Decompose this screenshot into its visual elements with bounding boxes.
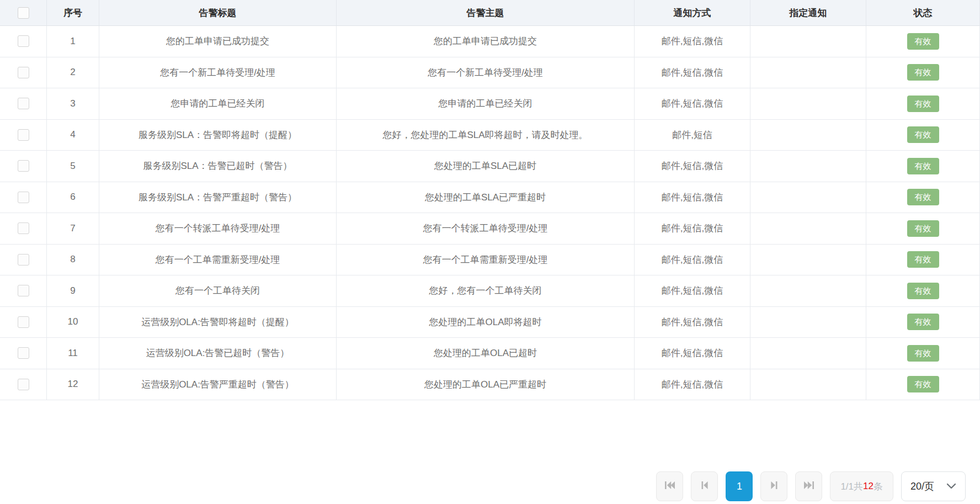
- status-badge[interactable]: 有效: [907, 283, 939, 299]
- next-page-button[interactable]: [760, 471, 787, 501]
- row-index: 2: [47, 57, 99, 89]
- table-row: 6 服务级别SLA：告警严重超时（警告） 您处理的工单SLA已严重超时 邮件,短…: [0, 182, 980, 214]
- table-row: 1 您的工单申请已成功提交 您的工单申请已成功提交 邮件,短信,微信 有效: [0, 26, 980, 57]
- row-checkbox[interactable]: [18, 129, 29, 141]
- row-status-cell: 有效: [866, 369, 980, 401]
- row-checkbox-cell: [0, 26, 47, 57]
- assigned-notify: [750, 57, 866, 89]
- column-header-subject: 告警主题: [337, 0, 635, 26]
- row-checkbox-cell: [0, 88, 47, 120]
- select-all-checkbox[interactable]: [18, 7, 29, 19]
- status-badge[interactable]: 有效: [907, 33, 939, 50]
- status-badge[interactable]: 有效: [907, 189, 939, 205]
- pagination-total-count: 12: [863, 481, 874, 492]
- row-checkbox[interactable]: [18, 254, 29, 266]
- status-badge[interactable]: 有效: [907, 345, 939, 362]
- row-index: 1: [47, 26, 99, 57]
- row-checkbox[interactable]: [18, 35, 29, 47]
- assigned-notify: [750, 26, 866, 57]
- row-checkbox-cell: [0, 245, 47, 276]
- prev-page-icon: [698, 479, 711, 494]
- row-checkbox[interactable]: [18, 192, 29, 203]
- first-page-button[interactable]: [656, 471, 683, 501]
- table-row: 4 服务级别SLA：告警即将超时（提醒） 您好，您处理的工单SLA即将超时，请及…: [0, 120, 980, 151]
- row-status-cell: 有效: [866, 338, 980, 369]
- status-badge[interactable]: 有效: [907, 220, 939, 237]
- row-index: 3: [47, 88, 99, 120]
- row-checkbox[interactable]: [18, 316, 29, 328]
- alert-title: 您有一个转派工单待受理/处理: [99, 213, 337, 245]
- row-status-cell: 有效: [866, 275, 980, 307]
- page-size-value: 20/页: [910, 480, 934, 493]
- alert-subject: 您处理的工单SLA已超时: [337, 151, 635, 182]
- pagination: 1 1/1共12条 20/页: [656, 471, 966, 501]
- row-checkbox[interactable]: [18, 347, 29, 359]
- row-index: 6: [47, 182, 99, 214]
- row-checkbox[interactable]: [18, 379, 29, 390]
- row-checkbox-cell: [0, 213, 47, 245]
- status-badge[interactable]: 有效: [907, 96, 939, 112]
- row-status-cell: 有效: [866, 88, 980, 120]
- status-badge[interactable]: 有效: [907, 376, 939, 392]
- column-header-index: 序号: [47, 0, 99, 26]
- row-checkbox[interactable]: [18, 222, 29, 234]
- alert-subject: 您处理的工单SLA已严重超时: [337, 182, 635, 214]
- status-badge[interactable]: 有效: [907, 158, 939, 174]
- last-page-button[interactable]: [795, 471, 822, 501]
- row-status-cell: 有效: [866, 245, 980, 276]
- page-size-select[interactable]: 20/页: [901, 471, 966, 501]
- current-page-button[interactable]: 1: [726, 471, 753, 501]
- row-index: 10: [47, 307, 99, 338]
- notify-method: 邮件,短信,微信: [635, 151, 750, 182]
- assigned-notify: [750, 275, 866, 307]
- row-index: 4: [47, 120, 99, 151]
- alert-title: 运营级别OLA:告警已超时（警告）: [99, 338, 337, 369]
- row-status-cell: 有效: [866, 151, 980, 182]
- status-badge[interactable]: 有效: [907, 251, 939, 268]
- alert-subject: 您处理的工单OLA已超时: [337, 338, 635, 369]
- alert-title: 您有一个工单需重新受理/处理: [99, 245, 337, 276]
- notify-method: 邮件,短信: [635, 120, 750, 151]
- row-checkbox-cell: [0, 369, 47, 401]
- row-checkbox[interactable]: [18, 98, 29, 109]
- row-index: 7: [47, 213, 99, 245]
- row-checkbox-cell: [0, 182, 47, 214]
- last-page-icon: [802, 479, 816, 494]
- row-checkbox-cell: [0, 57, 47, 89]
- table-row: 12 运营级别OLA:告警严重超时（警告） 您处理的工单OLA已严重超时 邮件,…: [0, 369, 980, 401]
- next-page-icon: [768, 479, 781, 494]
- status-badge[interactable]: 有效: [907, 64, 939, 81]
- row-checkbox-cell: [0, 151, 47, 182]
- notify-method: 邮件,短信,微信: [635, 88, 750, 120]
- table-row: 7 您有一个转派工单待受理/处理 您有一个转派工单待受理/处理 邮件,短信,微信…: [0, 213, 980, 245]
- assigned-notify: [750, 213, 866, 245]
- notify-method: 邮件,短信,微信: [635, 182, 750, 214]
- row-status-cell: 有效: [866, 213, 980, 245]
- prev-page-button[interactable]: [691, 471, 718, 501]
- notify-method: 邮件,短信,微信: [635, 245, 750, 276]
- column-header-notify: 通知方式: [635, 0, 750, 26]
- alert-subject: 您有一个新工单待受理/处理: [337, 57, 635, 89]
- assigned-notify: [750, 120, 866, 151]
- alert-title: 您有一个新工单待受理/处理: [99, 57, 337, 89]
- alert-subject: 您有一个转派工单待受理/处理: [337, 213, 635, 245]
- alert-subject: 您申请的工单已经关闭: [337, 88, 635, 120]
- alert-title: 运营级别OLA:告警即将超时（提醒）: [99, 307, 337, 338]
- alert-title: 运营级别OLA:告警严重超时（警告）: [99, 369, 337, 401]
- row-status-cell: 有效: [866, 307, 980, 338]
- row-checkbox[interactable]: [18, 160, 29, 172]
- alert-subject: 您处理的工单OLA即将超时: [337, 307, 635, 338]
- pagination-info-suffix: 条: [874, 480, 883, 493]
- row-checkbox[interactable]: [18, 67, 29, 78]
- status-badge[interactable]: 有效: [907, 126, 939, 143]
- row-checkbox[interactable]: [18, 285, 29, 296]
- row-index: 8: [47, 245, 99, 276]
- table-row: 2 您有一个新工单待受理/处理 您有一个新工单待受理/处理 邮件,短信,微信 有…: [0, 57, 980, 89]
- column-header-assigned: 指定通知: [750, 0, 866, 26]
- row-checkbox-cell: [0, 275, 47, 307]
- row-index: 5: [47, 151, 99, 182]
- status-badge[interactable]: 有效: [907, 314, 939, 330]
- table-row: 10 运营级别OLA:告警即将超时（提醒） 您处理的工单OLA即将超时 邮件,短…: [0, 307, 980, 338]
- row-index: 12: [47, 369, 99, 401]
- notify-method: 邮件,短信,微信: [635, 275, 750, 307]
